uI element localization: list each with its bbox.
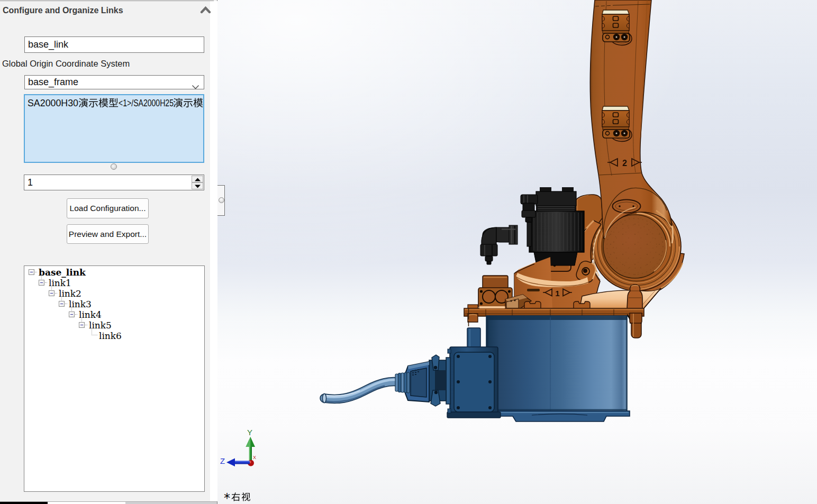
coordinate-system-label: Global Origin Coordinate System bbox=[2, 59, 130, 69]
application-window: 2 1 Y Z X * bbox=[0, 0, 817, 504]
panel-splitter-handle[interactable] bbox=[217, 185, 225, 216]
z-axis-arrowhead bbox=[226, 459, 235, 467]
origin-triad: Y Z X bbox=[220, 428, 256, 466]
hscrollbar-thumb[interactable] bbox=[0, 502, 48, 504]
load-configuration-button[interactable]: Load Configuration... bbox=[67, 198, 149, 218]
view-orientation-label: * bbox=[224, 491, 250, 504]
svg-text:1: 1 bbox=[555, 289, 559, 298]
triad-z-label: Z bbox=[220, 456, 225, 465]
link-tree[interactable]: base_linklink1link2link3link4link5link6 bbox=[24, 265, 205, 492]
tree-item-link3[interactable]: link3 bbox=[24, 299, 204, 309]
svg-text:2: 2 bbox=[622, 159, 627, 168]
motor-left-elbow bbox=[480, 225, 518, 264]
coordinate-system-dropdown[interactable]: base_frame bbox=[24, 75, 204, 89]
splitter-grip-dot bbox=[219, 197, 224, 203]
panel-top-divider bbox=[0, 1, 214, 1]
spin-up-button[interactable] bbox=[192, 176, 203, 182]
collapse-panel-button[interactable] bbox=[200, 6, 211, 14]
tree-item-label: base_link bbox=[39, 267, 86, 278]
listbox-item: SA2000H30 <1>/SA2000H25 bbox=[25, 95, 203, 162]
svg-text:SA2000H30: SA2000H30 bbox=[28, 97, 78, 108]
svg-text:<1>/SA2000H25: <1>/SA2000H25 bbox=[119, 97, 174, 108]
spinner-buttons bbox=[192, 176, 203, 189]
triad-x-label: X bbox=[253, 455, 256, 460]
robot-motor bbox=[480, 187, 584, 265]
up-arrow-icon bbox=[194, 178, 201, 181]
spin-down-button[interactable] bbox=[192, 182, 203, 189]
link-name-input[interactable]: base_link bbox=[24, 36, 204, 53]
down-arrow-icon bbox=[194, 185, 201, 188]
tree-item-label: link2 bbox=[59, 288, 81, 299]
tree-item-link2[interactable]: link2 bbox=[24, 288, 204, 299]
view-label-star: * bbox=[224, 491, 230, 504]
tree-item-label: link6 bbox=[99, 331, 122, 341]
tree-item-link4[interactable]: link4 bbox=[24, 309, 204, 320]
tree-item-base_link[interactable]: base_link bbox=[24, 267, 204, 278]
y-axis-shaft bbox=[249, 445, 252, 462]
configuration-number-input[interactable]: 1 bbox=[24, 175, 204, 190]
cable-strain-relief bbox=[395, 372, 410, 393]
tree-expander-icon[interactable] bbox=[69, 311, 75, 317]
tree-item-label: link1 bbox=[49, 278, 71, 288]
tree-expander-icon[interactable] bbox=[29, 269, 34, 275]
panel-title: Configure and Organize Links bbox=[3, 6, 123, 15]
arm-cable-clamp bbox=[602, 106, 632, 141]
arm-cable-clamp bbox=[602, 10, 632, 45]
tree-expander-icon[interactable] bbox=[79, 322, 85, 328]
tree-item-link5[interactable]: link5 bbox=[24, 320, 204, 331]
tree-item-label: link4 bbox=[79, 309, 102, 320]
robot-base-plate bbox=[484, 411, 630, 421]
tree-item-link6[interactable]: link6 bbox=[24, 331, 204, 341]
tree-item-label: link3 bbox=[69, 299, 92, 309]
chevron-up-icon bbox=[200, 6, 211, 14]
robot-column-cylinder bbox=[486, 316, 627, 411]
preview-and-export-button[interactable]: Preview and Export... bbox=[67, 224, 149, 244]
triad-y-label: Y bbox=[247, 428, 252, 437]
listbox-resize-grip[interactable] bbox=[111, 163, 117, 170]
tree-expander-icon[interactable] bbox=[39, 280, 44, 286]
chevron-down-icon bbox=[192, 80, 199, 93]
hscrollbar-track bbox=[125, 502, 217, 504]
z-axis-shaft bbox=[234, 461, 250, 464]
hscrollbar-track-light bbox=[48, 502, 125, 504]
tree-expander-icon[interactable] bbox=[49, 290, 55, 296]
selected-components-listbox[interactable]: SA2000H30 <1>/SA2000H25 bbox=[24, 94, 204, 163]
dropdown-value: base_frame bbox=[28, 77, 78, 87]
tree-expander-icon[interactable] bbox=[59, 301, 65, 307]
panel-scrollbar-gutter[interactable] bbox=[210, 1, 217, 501]
property-manager-panel: Configure and Organize Links base_link G… bbox=[0, 0, 217, 504]
cable-connector bbox=[405, 355, 450, 406]
power-cable bbox=[323, 372, 410, 403]
